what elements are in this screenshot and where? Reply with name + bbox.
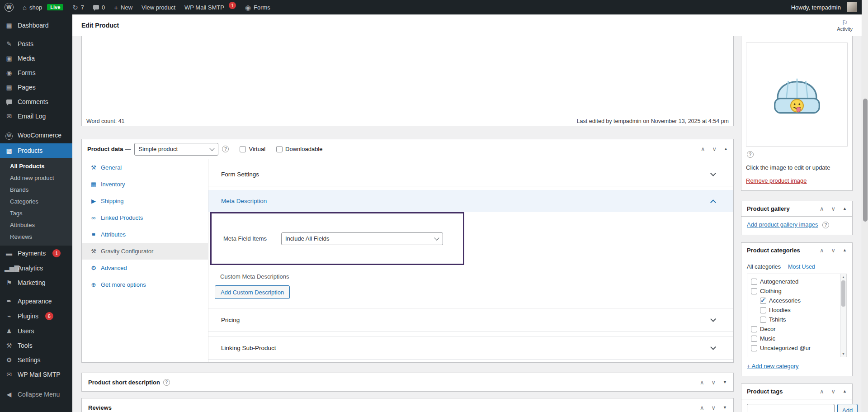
help-icon[interactable]: ? <box>747 151 754 158</box>
toggle-panel-icon[interactable]: ▲ <box>843 248 847 252</box>
account-menu[interactable]: Howdy, tempadmin <box>787 0 862 14</box>
category-checkbox[interactable] <box>751 345 757 351</box>
order-up-icon[interactable]: ∧ <box>820 388 824 394</box>
sidebar-item-woocommerce[interactable]: WWooCommerce <box>0 128 72 143</box>
sidebar-item-appearance[interactable]: ✒Appearance <box>0 294 72 308</box>
tab-most-used[interactable]: Most Used <box>788 264 815 270</box>
category-checkbox[interactable] <box>751 288 757 294</box>
category-item-tshirts[interactable]: Tshirts <box>751 315 837 324</box>
scroll-down-icon[interactable]: ▼ <box>840 351 846 356</box>
toggle-panel-icon[interactable]: ▲ <box>843 207 847 211</box>
category-item-clothing[interactable]: Clothing <box>751 286 837 296</box>
toggle-panel-icon[interactable]: ▼ <box>723 406 727 410</box>
category-scrollbar-thumb[interactable] <box>841 280 845 307</box>
help-icon[interactable]: ? <box>163 379 170 386</box>
collapse-menu-button[interactable]: ◀Collapse Menu <box>0 387 72 402</box>
updates-indicator[interactable]: ↻ 7 <box>68 0 89 14</box>
product-tags-header[interactable]: Product tags ∧ ∨ ▲ <box>741 384 852 399</box>
order-up-icon[interactable]: ∧ <box>700 405 704 411</box>
toggle-panel-icon[interactable]: ▲ <box>724 147 728 151</box>
short-description-header[interactable]: Product short description ? ∧ ∨ ▼ <box>82 373 733 391</box>
tab-all-categories[interactable]: All categories <box>747 264 781 270</box>
reviews-header[interactable]: Reviews ∧ ∨ ▼ <box>82 398 733 412</box>
add-new-category-link[interactable]: + Add new category <box>747 363 799 369</box>
tab-general[interactable]: ⚒General <box>82 159 208 176</box>
sidebar-item-wp-mail-smtp[interactable]: ✉WP Mail SMTP <box>0 367 72 382</box>
tab-advanced[interactable]: ⚙Advanced <box>82 260 208 276</box>
submenu-categories[interactable]: Categories <box>0 196 72 208</box>
virtual-checkbox[interactable]: Virtual <box>240 146 265 152</box>
sidebar-item-posts[interactable]: ✎Posts <box>0 37 72 51</box>
add-custom-description-button[interactable]: Add Custom Description <box>215 285 290 299</box>
category-item-hoodies[interactable]: Hoodies <box>751 305 837 315</box>
sidebar-item-comments[interactable]: Comments <box>0 95 72 109</box>
virtual-checkbox-input[interactable] <box>240 146 246 152</box>
submenu-reviews[interactable]: Reviews <box>0 231 72 243</box>
page-scrollbar-thumb[interactable] <box>863 99 868 222</box>
category-checkbox[interactable] <box>760 307 766 313</box>
submenu-brands[interactable]: Brands <box>0 184 72 196</box>
category-checkbox[interactable] <box>751 279 757 285</box>
sidebar-item-dashboard[interactable]: ▦Dashboard <box>0 18 72 33</box>
add-tag-button[interactable]: Add <box>837 404 858 412</box>
category-item-decor[interactable]: Decor <box>751 324 837 334</box>
wp-mail-smtp-menu[interactable]: WP Mail SMTP 1 <box>180 0 241 14</box>
order-up-icon[interactable]: ∧ <box>820 247 824 253</box>
category-item-music[interactable]: Music <box>751 334 837 343</box>
scroll-up-icon[interactable]: ▲ <box>840 275 846 279</box>
order-up-icon[interactable]: ∧ <box>820 206 824 212</box>
category-checkbox[interactable] <box>760 298 766 304</box>
tab-attributes[interactable]: ≡Attributes <box>82 226 208 243</box>
sidebar-item-forms[interactable]: ◉Forms <box>0 66 72 80</box>
sidebar-item-media[interactable]: ▣Media <box>0 51 72 66</box>
order-down-icon[interactable]: ∨ <box>831 206 836 212</box>
section-meta-description[interactable]: Meta Description <box>208 190 733 212</box>
category-checkbox[interactable] <box>760 317 766 323</box>
sidebar-item-payments[interactable]: ▬Payments1 <box>0 246 72 261</box>
section-pricing[interactable]: Pricing <box>208 308 733 331</box>
help-icon[interactable]: ? <box>822 222 829 228</box>
comments-indicator[interactable]: 0 <box>89 0 109 14</box>
tab-gravity-configurator[interactable]: ⚒Gravity Configurator <box>82 243 208 260</box>
view-product-link[interactable]: View product <box>137 0 180 14</box>
toggle-panel-icon[interactable]: ▲ <box>843 389 847 393</box>
product-categories-header[interactable]: Product categories ∧ ∨ ▲ <box>741 243 852 258</box>
order-up-icon[interactable]: ∧ <box>701 146 705 152</box>
order-up-icon[interactable]: ∧ <box>700 379 704 385</box>
downloadable-checkbox-input[interactable] <box>276 146 283 152</box>
sidebar-item-analytics[interactable]: ▂▅▇Analytics <box>0 261 72 275</box>
sidebar-item-tools[interactable]: ⚒Tools <box>0 338 72 353</box>
tab-shipping[interactable]: ▶Shipping <box>82 193 208 209</box>
order-down-icon[interactable]: ∨ <box>712 405 716 411</box>
category-item-uncategorized[interactable]: Uncategorized @ur <box>751 343 837 353</box>
order-down-icon[interactable]: ∨ <box>831 388 836 394</box>
tab-linked-products[interactable]: ∞Linked Products <box>82 209 208 226</box>
meta-field-items-select[interactable]: Include All Fields <box>281 232 443 245</box>
editor-content[interactable] <box>82 36 733 116</box>
help-icon[interactable]: ? <box>222 146 229 152</box>
sidebar-item-email-log[interactable]: ✉Email Log <box>0 109 72 123</box>
wp-logo-menu[interactable]: W <box>0 0 18 14</box>
sidebar-item-users[interactable]: ♟Users <box>0 324 72 338</box>
tab-get-more-options[interactable]: ⊕Get more options <box>82 276 208 293</box>
product-gallery-header[interactable]: Product gallery ∧ ∨ ▲ <box>741 201 852 217</box>
product-image[interactable] <box>746 43 848 147</box>
remove-product-image-link[interactable]: Remove product image <box>746 177 807 184</box>
order-down-icon[interactable]: ∨ <box>712 146 717 152</box>
section-form-settings[interactable]: Form Settings <box>208 163 733 186</box>
toggle-panel-icon[interactable]: ▼ <box>723 380 727 384</box>
order-down-icon[interactable]: ∨ <box>712 379 716 385</box>
category-item-autogenerated[interactable]: Autogenerated <box>751 277 837 286</box>
tag-input[interactable] <box>747 404 835 412</box>
sidebar-item-pages[interactable]: ▤Pages <box>0 80 72 95</box>
submenu-all-products[interactable]: All Products <box>0 161 72 172</box>
submenu-tags[interactable]: Tags <box>0 208 72 219</box>
category-item-accessories[interactable]: Accessories <box>751 296 837 305</box>
order-down-icon[interactable]: ∨ <box>831 247 836 253</box>
activity-button[interactable]: ⚐ Activity <box>837 19 853 32</box>
add-gallery-images-link[interactable]: Add product gallery images <box>747 221 818 228</box>
downloadable-checkbox[interactable]: Downloadable <box>276 146 322 152</box>
tab-inventory[interactable]: ▦Inventory <box>82 176 208 193</box>
sidebar-item-plugins[interactable]: ⌁Plugins6 <box>0 308 72 324</box>
forms-menu[interactable]: ◉ Forms <box>241 0 275 14</box>
